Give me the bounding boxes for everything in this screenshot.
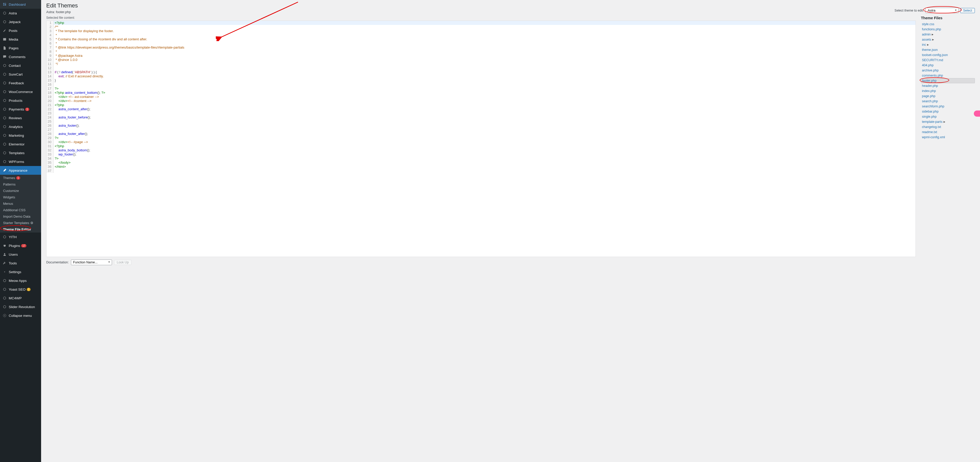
theme-file-single-php[interactable]: single.php — [921, 114, 975, 119]
sidebar-subitem-menus[interactable]: Menus — [0, 201, 41, 207]
code-text[interactable]: /** — [54, 25, 58, 29]
sidebar-subitem-starter-templates[interactable]: Starter Templates⚙ — [0, 220, 41, 226]
sidebar-item-jetpack[interactable]: Jetpack — [0, 18, 41, 26]
sidebar-item-payments[interactable]: Payments1 — [0, 105, 41, 113]
code-line[interactable]: 16 — [46, 83, 916, 87]
sidebar-item-contact[interactable]: Contact — [0, 61, 41, 70]
sidebar-item-mc4wp[interactable]: MC4WP — [0, 294, 41, 303]
floating-help-badge[interactable] — [974, 110, 980, 117]
sidebar-item-settings[interactable]: Settings — [0, 268, 41, 276]
code-text[interactable]: <?php astra_content_bottom(); ?> — [54, 91, 105, 95]
code-text[interactable] — [54, 128, 55, 132]
code-line[interactable]: 28 astra_footer_after(); — [46, 132, 916, 136]
code-text[interactable] — [54, 169, 55, 173]
sidebar-item-yith[interactable]: YITH — [0, 233, 41, 241]
code-text[interactable]: * @since 1.0.0 — [54, 58, 77, 62]
sidebar-item-surecart[interactable]: SureCart — [0, 70, 41, 79]
code-text[interactable]: * — [54, 41, 57, 46]
code-text[interactable]: */ — [54, 62, 58, 66]
code-line[interactable]: 12 — [46, 66, 916, 70]
code-text[interactable]: <?php — [54, 144, 64, 148]
code-line[interactable]: 31<?php — [46, 144, 916, 148]
theme-file-comments-php[interactable]: comments.php — [921, 73, 975, 78]
theme-file-sidebar-php[interactable]: sidebar.php — [921, 109, 975, 114]
select-button[interactable]: Select — [960, 8, 975, 13]
sidebar-item-elementor[interactable]: Elementor — [0, 140, 41, 148]
code-text[interactable]: astra_footer(); — [54, 124, 80, 128]
theme-file-changelog-txt[interactable]: changelog.txt — [921, 124, 975, 129]
theme-file-functions-php[interactable]: functions.php — [921, 27, 975, 32]
sidebar-item-products[interactable]: Products — [0, 96, 41, 105]
code-text[interactable]: * — [54, 33, 57, 37]
code-line[interactable]: 24 astra_footer_before(); — [46, 115, 916, 119]
sidebar-item-meow-apps[interactable]: Meow Apps — [0, 276, 41, 285]
code-text[interactable] — [54, 66, 55, 70]
sidebar-item-yoast-seo[interactable]: Yoast SEO2 — [0, 285, 41, 294]
code-editor[interactable]: 1<?php2/**3 * The template for displayin… — [46, 21, 916, 257]
theme-select[interactable]: Astra — [925, 8, 959, 13]
code-text[interactable]: <?php — [54, 21, 64, 25]
sidebar-subitem-patterns[interactable]: Patterns — [0, 181, 41, 188]
code-text[interactable]: </html> — [54, 165, 66, 169]
code-text[interactable]: } — [54, 78, 56, 83]
code-line[interactable]: 1<?php — [46, 21, 916, 25]
code-line[interactable]: 14 exit; // Exit if accessed directly. — [46, 74, 916, 78]
code-text[interactable]: <?php — [54, 103, 64, 107]
code-text[interactable]: * Contains the closing of the #content d… — [54, 37, 147, 41]
theme-file-404-php[interactable]: 404.php — [921, 63, 975, 68]
code-line[interactable]: 8 * — [46, 49, 916, 54]
sidebar-item-feedback[interactable]: Feedback — [0, 79, 41, 88]
theme-file-template-parts[interactable]: template-parts▶ — [921, 119, 975, 124]
code-text[interactable]: </div> <!-- ast-container --> — [54, 95, 99, 99]
code-line[interactable]: 36</html> — [46, 165, 916, 169]
sidebar-item-analytics[interactable]: Analytics — [0, 122, 41, 131]
sidebar-item-slider-revolution[interactable]: Slider Revolution — [0, 303, 41, 311]
sidebar-item-templates[interactable]: Templates — [0, 148, 41, 157]
code-text[interactable]: ?> — [54, 87, 59, 91]
code-line[interactable]: 15} — [46, 78, 916, 83]
sidebar-item-wpforms[interactable]: WPForms — [0, 157, 41, 166]
theme-file-wpml-config-xml[interactable]: wpml-config.xml — [921, 135, 975, 140]
theme-file-header-php[interactable]: header.php — [921, 83, 975, 88]
code-text[interactable]: * @package Astra — [54, 54, 83, 58]
code-line[interactable]: 21<?php — [46, 103, 916, 107]
code-text[interactable]: astra_body_bottom(); — [54, 148, 90, 152]
sidebar-item-woocommerce[interactable]: WooCommerce — [0, 88, 41, 96]
theme-file-search-php[interactable]: search.php — [921, 99, 975, 104]
code-line[interactable]: 9 * @package Astra — [46, 54, 916, 58]
code-line[interactable]: 34?> — [46, 156, 916, 161]
code-text[interactable]: ?> — [54, 136, 59, 140]
code-line[interactable]: 18<?php astra_content_bottom(); ?> — [46, 91, 916, 95]
lookup-button[interactable]: Look Up — [114, 260, 132, 265]
code-text[interactable]: astra_content_after(); — [54, 107, 91, 111]
code-line[interactable]: 7 * @link https://developer.wordpress.or… — [46, 46, 916, 49]
code-text[interactable]: ?> — [54, 156, 59, 161]
code-line[interactable]: 30 </div><!-- #page --> — [46, 140, 916, 144]
sidebar-subitem-themes[interactable]: Themes1 — [0, 175, 41, 181]
theme-file-searchform-php[interactable]: searchform.php — [921, 104, 975, 109]
code-line[interactable]: 17?> — [46, 87, 916, 91]
code-line[interactable]: 37 — [46, 169, 916, 173]
code-line[interactable]: 2/** — [46, 25, 916, 29]
code-text[interactable]: </div><!-- #content --> — [54, 99, 91, 103]
code-line[interactable]: 13if ( ! defined( 'ABSPATH' ) ) { — [46, 70, 916, 74]
sidebar-subitem-theme-file-editor[interactable]: Theme File Editor — [0, 226, 41, 233]
code-text[interactable]: * The template for displaying the footer… — [54, 29, 114, 33]
code-text[interactable]: </body> — [54, 161, 70, 165]
code-line[interactable]: 27 — [46, 128, 916, 132]
code-line[interactable]: 6 * — [46, 41, 916, 46]
sidebar-subitem-additional-css[interactable]: Additional CSS — [0, 207, 41, 213]
sidebar-item-reviews[interactable]: Reviews — [0, 113, 41, 122]
code-text[interactable] — [54, 111, 55, 115]
sidebar-item-plugins[interactable]: Plugins17 — [0, 241, 41, 250]
code-text[interactable]: astra_footer_after(); — [54, 132, 88, 136]
sidebar-item-pages[interactable]: Pages — [0, 44, 41, 53]
code-line[interactable]: 20 </div><!-- #content --> — [46, 99, 916, 103]
sidebar-item-marketing[interactable]: Marketing — [0, 131, 41, 140]
theme-file-footer-php[interactable]: footer.php — [921, 78, 975, 83]
sidebar-subitem-customize[interactable]: Customize — [0, 188, 41, 194]
theme-file-admin[interactable]: admin▶ — [921, 32, 975, 37]
code-line[interactable]: 29?> — [46, 136, 916, 140]
code-line[interactable]: 23 — [46, 111, 916, 115]
theme-file-assets[interactable]: assets▶ — [921, 37, 975, 42]
